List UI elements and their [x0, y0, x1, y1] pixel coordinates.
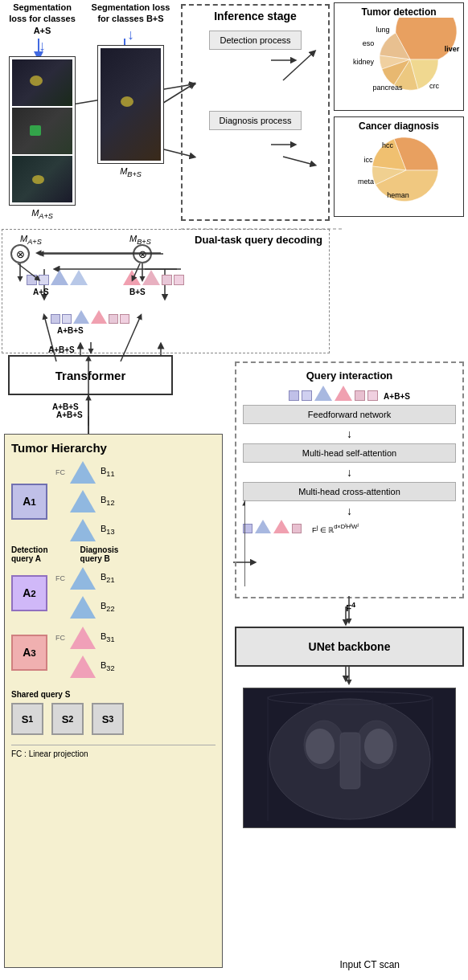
unet-backbone: UNet backbone	[235, 627, 464, 667]
b31-row: FC B31	[55, 627, 115, 649]
abs-above-transformer: A+B+S	[48, 345, 75, 354]
image-stack-b	[97, 45, 164, 164]
query-interaction-box: Query interaction A+B+S Feedforward netw…	[235, 361, 464, 598]
svg-text:crc: crc	[429, 82, 439, 90]
node-b21	[70, 567, 96, 590]
node-s3: S3	[92, 703, 124, 735]
hierarchy-box: Tumor Hierarchy A1 FC B11 FC B12 FC B1	[4, 434, 223, 968]
seg-loss-a: Segmentation loss for classes A+S ↓ MA+S	[4, 2, 80, 220]
b11-label: B11	[101, 466, 115, 478]
node-b32	[70, 655, 96, 678]
qi-arrow2: ↓	[243, 466, 456, 479]
tumor-detection-title: Tumor detection	[338, 6, 460, 18]
seg-loss-b: Segmentation loss for classes B+S ↓ MB+S	[88, 2, 173, 178]
b12-row: FC B12	[55, 490, 115, 512]
bs-query-group	[123, 270, 184, 285]
f4-label: F4	[346, 601, 355, 613]
feedforward-block: Feedforward network	[243, 405, 456, 424]
a1-children: FC B11 FC B12 FC B13	[55, 461, 115, 541]
svg-text:lung: lung	[376, 26, 389, 34]
a2-row: A2 FC B21 FC B22	[11, 567, 216, 619]
b21-row: FC B21	[55, 567, 115, 590]
dual-task-title: Dual-task query decoding	[195, 234, 322, 246]
svg-text:hcc: hcc	[382, 141, 394, 149]
node-b22	[70, 596, 96, 619]
tumor-highlight-b	[121, 96, 133, 107]
fc-label-1: FC	[55, 468, 65, 476]
unet-label: UNet backbone	[309, 640, 391, 653]
node-s1: S1	[11, 703, 43, 735]
ct-scan-image	[243, 688, 456, 828]
blue-arrow-a: ↓	[4, 38, 80, 55]
diagnosis-query-label: Diagnosisquery B	[80, 545, 119, 563]
seg-loss-a-label: Segmentation loss for classes A+S	[4, 2, 80, 36]
node-b31	[70, 627, 96, 649]
b21-label: B21	[101, 572, 115, 584]
ct-image-a2	[12, 108, 72, 154]
as-label: A+S	[33, 288, 49, 296]
svg-text:liver: liver	[445, 45, 460, 53]
self-attention-label: Multi-head self-attention	[302, 448, 396, 458]
a1-row: A1 FC B11 FC B12 FC B13	[11, 461, 216, 541]
a3-children: FC B31 FC B32	[55, 627, 115, 678]
b32-row: FC B32	[55, 655, 115, 678]
inference-title: Inference stage	[187, 10, 324, 22]
self-attention-block: Multi-head self-attention	[243, 443, 456, 463]
cancer-pie-chart: hcc icc meta heman	[338, 132, 462, 206]
tumor-pie-chart: lung eso kidney pancreas crc liver	[338, 18, 462, 98]
qi-bottom-icons: Fj ∈ ℝd×DjHjWj	[243, 520, 456, 533]
qi-query-icons: A+B+S	[243, 386, 456, 401]
b22-row: FC B22	[55, 596, 115, 619]
fc-description: FC : Linear projection	[11, 745, 216, 758]
node-a3: A3	[11, 635, 47, 671]
m-label-b: MB+S	[88, 166, 173, 178]
shared-query-label: Shared query S	[11, 690, 216, 699]
seg-loss-b-label: Segmentation loss for classes B+S	[88, 2, 173, 25]
as-query-group	[27, 270, 88, 285]
svg-point-45	[364, 729, 393, 764]
node-a1: A1	[11, 484, 47, 520]
b13-row: FC B13	[55, 519, 115, 541]
node-b13	[70, 519, 96, 541]
fc-label-2: FC	[55, 574, 65, 582]
abs-label: A+B+S	[57, 326, 84, 335]
qi-arrow3: ↓	[243, 504, 456, 517]
bs-label: B+S	[129, 288, 146, 296]
ct-image-b	[101, 48, 161, 161]
tumor-detection: Tumor detection lung eso kidney pancreas…	[334, 2, 464, 111]
cross-attention-label: Multi-head cross-attention	[298, 487, 400, 496]
a2-children: FC B21 FC B22	[55, 567, 115, 619]
tumor-highlight-yellow	[30, 76, 43, 86]
b31-label: B31	[101, 631, 115, 643]
svg-text:heman: heman	[387, 191, 409, 199]
svg-text:eso: eso	[363, 39, 375, 47]
tumor-highlight-yellow2	[32, 175, 44, 184]
svg-point-44	[306, 729, 335, 764]
ct-image-a3	[12, 156, 72, 202]
svg-text:kidney: kidney	[353, 58, 375, 66]
cancer-diagnosis: Cancer diagnosis hcc icc meta heman	[334, 116, 464, 217]
fj-formula: Fj ∈ ℝd×DjHjWj	[312, 521, 359, 534]
blue-arrow-b: ↓	[88, 27, 173, 43]
image-stack-a	[9, 56, 76, 206]
svg-text:pancreas: pancreas	[372, 84, 403, 92]
qi-abs-label: A+B+S	[384, 392, 410, 401]
svg-text:A+B+S: A+B+S	[56, 410, 83, 419]
b13-label: B13	[101, 524, 115, 536]
query-labels: Detectionquery A Diagnosisquery B	[11, 545, 216, 563]
hierarchy-title: Tumor Hierarchy	[11, 441, 216, 455]
node-b11	[70, 461, 96, 484]
a3-row: A3 FC B31 FC B32	[11, 627, 216, 678]
m-label-a: MA+S	[4, 208, 80, 220]
svg-rect-43	[340, 733, 360, 789]
ct-scan-label: Input CT scan	[340, 959, 400, 970]
detection-process-label: Detection process	[220, 35, 290, 45]
svg-text:icc: icc	[364, 156, 373, 164]
qi-arrow1: ↓	[243, 427, 456, 440]
b12-label: B12	[101, 495, 115, 507]
transformer-label: Transformer	[55, 369, 126, 382]
b11-row: FC B11	[55, 461, 115, 484]
otimes-a: ⊗	[10, 244, 30, 263]
fc-label-3: FC	[55, 634, 65, 642]
b22-label: B22	[101, 601, 115, 613]
